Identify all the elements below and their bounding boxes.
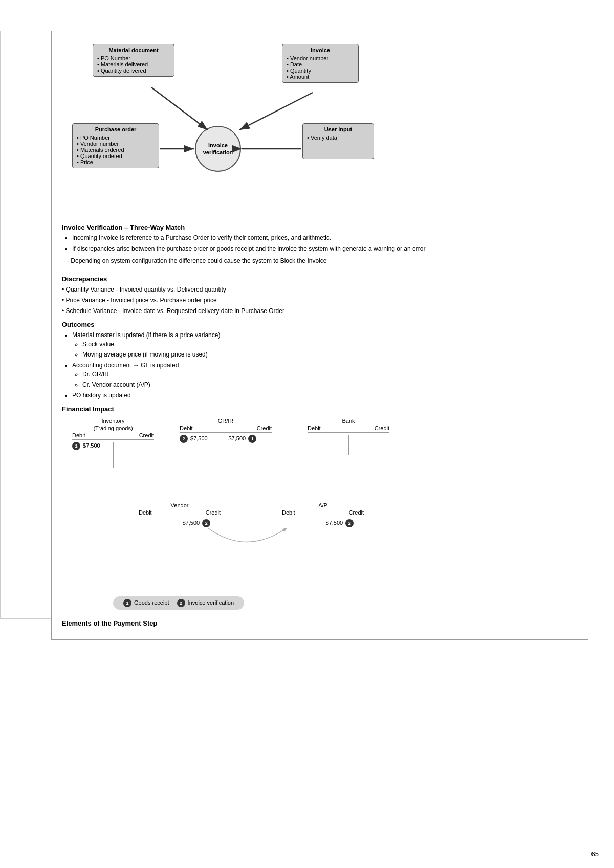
- discrepancies-title: Discrepancies: [62, 275, 578, 283]
- divider-1: [62, 218, 578, 218]
- po-item-3: Materials ordered: [77, 147, 155, 153]
- three-way-match-title: Invoice Verification – Three-Way Match: [62, 224, 578, 231]
- grir-credit-header: Credit: [257, 425, 272, 431]
- po-item-1: PO Number: [77, 135, 155, 141]
- bank-credit-header: Credit: [375, 425, 389, 431]
- grir-body: 2 $7,500 $7,500 1: [180, 435, 272, 460]
- ap-credit-entry-1: $7,500 2: [326, 519, 364, 527]
- legend-box: 1 Goods receipt 2 Invoice verification: [113, 596, 244, 610]
- ap-credit-header: Credit: [349, 509, 364, 516]
- circle-text: Invoice verification: [203, 142, 233, 157]
- invoice-item-4: Amount: [287, 74, 354, 80]
- purchase-order-box: Purchase order PO Number Vendor number M…: [72, 123, 159, 168]
- outcome-sub-list-1: Stock value Moving average price (if mov…: [82, 340, 578, 359]
- user-input-item-1: Verify data: [307, 135, 369, 141]
- ap-headers: Debit Credit: [282, 509, 364, 517]
- ap-debit: [282, 519, 323, 545]
- bank-account: Bank Debit Credit: [308, 418, 389, 455]
- vendor-debit-header: Debit: [139, 509, 152, 516]
- circle-2-grir: 2: [180, 435, 188, 443]
- grir-debit-header: Debit: [180, 425, 193, 431]
- outcomes-section: Outcomes Material master is updated (if …: [62, 321, 578, 400]
- outcome-sub-1-2: Moving average price (if moving price is…: [82, 350, 578, 359]
- inventory-debit: 1 $7,500: [72, 442, 114, 468]
- inventory-debit-entry-1: 1 $7,500: [72, 442, 111, 450]
- three-way-match-list: Incoming Invoice is reference to a Purch…: [72, 233, 578, 253]
- legend-circle-2: 2: [177, 599, 185, 607]
- disc-item-1: • Quantity Variance - Invoiced quantity …: [62, 285, 578, 294]
- grir-account: GR/IR Debit Credit 2 $7,500: [180, 418, 272, 460]
- material-doc-box: Material document PO Number Materials de…: [93, 44, 174, 77]
- invoice-item-3: Quantity: [287, 68, 354, 74]
- po-item-2: Vendor number: [77, 141, 155, 147]
- vendor-credit-header: Credit: [206, 509, 221, 516]
- financial-impact-title: Financial Impact: [62, 405, 578, 413]
- left-sidebar-inner: [1, 31, 31, 618]
- material-doc-title: Material document: [97, 47, 170, 53]
- discrepancies-section: Discrepancies • Quantity Variance - Invo…: [62, 275, 578, 316]
- invoice-list: Vendor number Date Quantity Amount: [287, 55, 354, 80]
- ap-debit-header: Debit: [282, 509, 295, 516]
- inventory-credit: [114, 442, 155, 468]
- vendor-account: Vendor Debit Credit $7,500 2: [139, 502, 221, 545]
- inventory-title: Inventory: [72, 418, 154, 424]
- inventory-subtitle: (Trading goods): [72, 425, 154, 431]
- outcome-sub-list-2: Dr. GR/IR Cr. Vendor account (A/P): [82, 370, 578, 389]
- bank-debit: [308, 435, 349, 455]
- vendor-credit-entry-1: $7,500 2: [183, 519, 221, 527]
- svg-line-2: [151, 87, 208, 130]
- legend-item-1: 1 Goods receipt: [123, 599, 169, 607]
- vendor-title: Vendor: [139, 502, 221, 508]
- vendor-credit: $7,500 2: [180, 519, 221, 545]
- circle-1-inv: 1: [72, 442, 80, 450]
- grir-debit: 2 $7,500: [180, 435, 226, 460]
- material-doc-list: PO Number Materials delivered Quantity d…: [97, 55, 170, 74]
- user-input-list: Verify data: [307, 135, 369, 141]
- inventory-headers: Debit Credit: [72, 432, 154, 440]
- grir-debit-entry-1: 2 $7,500: [180, 435, 223, 443]
- circle-1-grir: 1: [248, 435, 256, 443]
- outcome-sub-2-1: Dr. GR/IR: [82, 370, 578, 379]
- bank-debit-header: Debit: [308, 425, 321, 431]
- grir-credit-entry-1: $7,500 1: [229, 435, 272, 443]
- page-container: Material document PO Number Materials de…: [0, 0, 614, 868]
- disc-item-2: • Price Variance - Invoiced price vs. Pu…: [62, 296, 578, 305]
- user-input-box: User input Verify data: [302, 123, 374, 159]
- invoice-title: Invoice: [287, 47, 354, 53]
- ap-account: A/P Debit Credit $7,500 2: [282, 502, 364, 545]
- divider-2: [62, 270, 578, 270]
- bank-title: Bank: [308, 418, 389, 424]
- vendor-body: $7,500 2: [139, 519, 221, 545]
- svg-line-3: [239, 93, 313, 130]
- material-doc-item-3: Quantity delivered: [97, 68, 170, 74]
- bank-credit: [349, 435, 390, 455]
- three-way-item-1: Incoming Invoice is reference to a Purch…: [72, 233, 578, 242]
- legend-circle-1: 1: [123, 599, 131, 607]
- outcomes-title: Outcomes: [62, 321, 578, 328]
- invoice-box: Invoice Vendor number Date Quantity Amou…: [282, 44, 359, 83]
- purchase-order-list: PO Number Vendor number Materials ordere…: [77, 135, 155, 165]
- disc-item-3: • Schedule Variance - Invoice date vs. R…: [62, 306, 578, 316]
- outcome-sub-1-1: Stock value: [82, 340, 578, 349]
- inventory-credit-header: Credit: [139, 432, 154, 438]
- invoice-verification-diagram: Material document PO Number Materials de…: [62, 39, 578, 213]
- three-way-item-2: If discrepancies arise between the purch…: [72, 244, 578, 253]
- invoice-item-1: Vendor number: [287, 55, 354, 61]
- material-doc-item-2: Materials delivered: [97, 61, 170, 68]
- financial-impact-section: Financial Impact Inventory (Trading good…: [62, 405, 578, 612]
- ap-body: $7,500 2: [282, 519, 364, 545]
- ap-credit: $7,500 2: [323, 519, 364, 545]
- grir-title: GR/IR: [180, 418, 272, 424]
- left-sidebar: [0, 31, 51, 619]
- financial-diagram: Inventory (Trading goods) Debit Credit 1…: [62, 418, 578, 612]
- vendor-debit: [139, 519, 180, 545]
- grir-headers: Debit Credit: [180, 425, 272, 433]
- invoice-verification-circle: Invoice verification: [195, 126, 241, 172]
- divider-footer: [62, 615, 578, 615]
- footer-title: Elements of the Payment Step: [62, 619, 578, 627]
- main-content-box: Material document PO Number Materials de…: [51, 31, 588, 640]
- purchase-order-title: Purchase order: [77, 126, 155, 132]
- vendor-headers: Debit Credit: [139, 509, 221, 517]
- inventory-body: 1 $7,500: [72, 442, 154, 468]
- bank-body: [308, 435, 389, 455]
